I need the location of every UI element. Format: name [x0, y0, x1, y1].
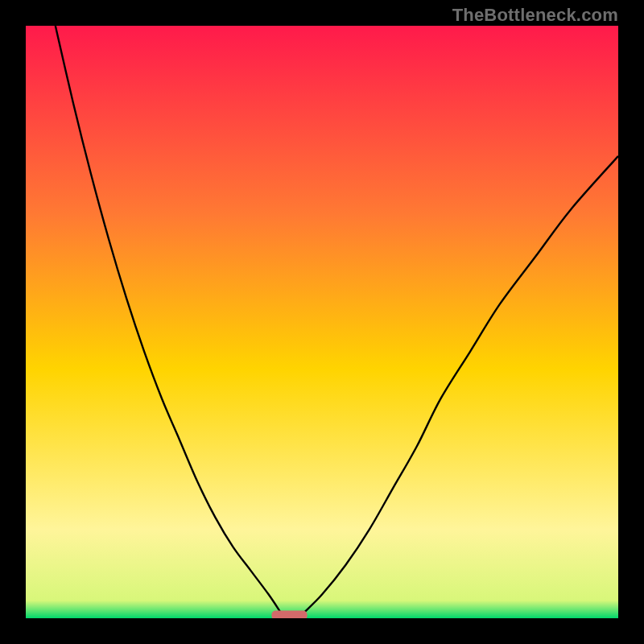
gradient-background: [26, 26, 618, 618]
plot-area: [26, 26, 618, 618]
minimum-marker: [271, 610, 307, 618]
watermark-text: TheBottleneck.com: [452, 5, 618, 26]
chart-svg: [26, 26, 618, 618]
outer-frame: TheBottleneck.com: [0, 0, 644, 644]
